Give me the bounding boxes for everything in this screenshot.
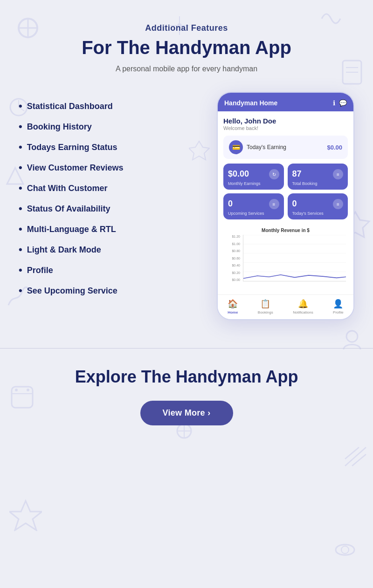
nav-label-profile: Profile bbox=[333, 310, 344, 315]
nav-item-notifications[interactable]: 🔔 Notifications bbox=[293, 299, 313, 315]
phone-mockup: Handyman Home ℹ 💬 Hello, John Doe Welcom… bbox=[217, 92, 354, 320]
stat-card: $0.00 ↻ Monthly Earnings bbox=[223, 164, 284, 190]
info-icon: ℹ bbox=[333, 99, 335, 107]
chart-y-label: $0.80 bbox=[232, 249, 240, 253]
earning-amount: $0.00 bbox=[327, 144, 342, 151]
phone-body: Hello, John Doe Welcome back! 💳 Today's … bbox=[218, 111, 353, 291]
main-title: For The Handyman App bbox=[19, 37, 354, 58]
greeting-sub: Welcome back! bbox=[223, 125, 348, 131]
chart-y-label: $1.20 bbox=[232, 235, 240, 238]
phone-nav: 🏠 Home 📋 Bookings 🔔 Notifications 👤 Prof… bbox=[218, 294, 353, 319]
svg-point-15 bbox=[341, 546, 349, 554]
feature-item: Todays Earning Status bbox=[19, 142, 207, 152]
stat-icon: ≡ bbox=[333, 169, 343, 179]
main-content: Statistical DashboardBooking HistoryToda… bbox=[0, 87, 373, 339]
nav-label-bookings: Bookings bbox=[258, 310, 273, 315]
nav-label-home: Home bbox=[228, 310, 238, 315]
greeting-name: Hello, John Doe bbox=[223, 117, 348, 125]
chart-container: $1.20$1.00$0.80$0.60$0.40$0.20$0.00 bbox=[225, 235, 346, 291]
stat-card-top: 0 ≡ bbox=[228, 199, 279, 209]
feature-item: Profile bbox=[19, 265, 207, 275]
nav-icon-bookings: 📋 bbox=[260, 299, 270, 309]
nav-icon-home: 🏠 bbox=[228, 299, 238, 309]
earning-icon: 💳 bbox=[229, 140, 243, 154]
nav-icon-profile: 👤 bbox=[333, 299, 343, 309]
hero-section: Additional Features For The Handyman App… bbox=[0, 0, 373, 87]
stat-card: 87 ≡ Total Booking bbox=[288, 164, 348, 190]
feature-item: View Customer Reviews bbox=[19, 163, 207, 173]
view-more-button[interactable]: View More › bbox=[140, 401, 233, 425]
stat-icon: ↻ bbox=[269, 169, 279, 179]
stat-label: Upcoming Services bbox=[228, 211, 279, 216]
nav-icon-notifications: 🔔 bbox=[298, 299, 308, 309]
stat-card: 0 ≡ Today's Services bbox=[288, 193, 348, 219]
feature-item: Statistical Dashboard bbox=[19, 101, 207, 111]
chart-area bbox=[243, 235, 346, 281]
chart-y-label: $0.40 bbox=[232, 264, 240, 267]
nav-item-bookings[interactable]: 📋 Bookings bbox=[258, 299, 273, 315]
phone-header-icons: ℹ 💬 bbox=[333, 99, 347, 107]
stat-label: Monthly Earnings bbox=[228, 181, 279, 186]
stat-value: 0 bbox=[292, 199, 297, 209]
chat-icon: 💬 bbox=[339, 99, 347, 107]
stat-value: $0.00 bbox=[228, 169, 249, 179]
nav-label-notifications: Notifications bbox=[293, 310, 313, 315]
stat-card: 0 ≡ Upcoming Services bbox=[223, 193, 284, 219]
chart-y-label: $1.00 bbox=[232, 242, 240, 246]
stats-grid: $0.00 ↻ Monthly Earnings 87 ≡ Total Book… bbox=[223, 164, 348, 219]
feature-item: Status Of Availability bbox=[19, 204, 207, 214]
stat-icon: ≡ bbox=[333, 199, 343, 209]
stat-value: 0 bbox=[228, 199, 233, 209]
phone-header: Handyman Home ℹ 💬 bbox=[218, 93, 353, 111]
tagline: A personal mobile app for every handyman bbox=[19, 65, 354, 73]
nav-item-home[interactable]: 🏠 Home bbox=[228, 299, 238, 315]
earning-label: Today's Earning bbox=[247, 144, 286, 150]
stat-card-top: $0.00 ↻ bbox=[228, 169, 279, 179]
stat-value: 87 bbox=[292, 169, 302, 179]
earning-bar: 💳 Today's Earning $0.00 bbox=[223, 136, 348, 159]
feature-item: Light & Dark Mode bbox=[19, 245, 207, 255]
feature-list: Statistical DashboardBooking HistoryToda… bbox=[19, 92, 207, 306]
bottom-title: Explore The Handyman App bbox=[19, 367, 354, 387]
stat-label: Total Booking bbox=[292, 181, 344, 186]
nav-item-profile[interactable]: 👤 Profile bbox=[333, 299, 344, 315]
chart-title: Monthly Revenue in $ bbox=[225, 228, 346, 233]
subtitle: Additional Features bbox=[19, 23, 354, 33]
feature-item: Chat With Customer bbox=[19, 183, 207, 193]
chart-y-label: $0.60 bbox=[232, 257, 240, 260]
stat-card-top: 87 ≡ bbox=[292, 169, 344, 179]
stat-card-top: 0 ≡ bbox=[292, 199, 344, 209]
chart-svg bbox=[243, 235, 346, 281]
chart-y-label: $0.20 bbox=[232, 271, 240, 274]
earning-bar-left: 💳 Today's Earning bbox=[229, 140, 286, 154]
feature-item: Multi-Language & RTL bbox=[19, 224, 207, 234]
feature-item: See Upcoming Service bbox=[19, 286, 207, 296]
phone-app-title: Handyman Home bbox=[224, 99, 277, 107]
bottom-section: Explore The Handyman App View More › bbox=[0, 349, 373, 449]
chart-y-labels: $1.20$1.00$0.80$0.60$0.40$0.20$0.00 bbox=[225, 235, 242, 281]
chart-section: Monthly Revenue in $ $1.20$1.00$0.80$0.6… bbox=[223, 224, 348, 291]
stat-icon: ≡ bbox=[269, 199, 279, 209]
stat-label: Today's Services bbox=[292, 211, 344, 216]
feature-item: Booking History bbox=[19, 122, 207, 132]
chart-y-label: $0.00 bbox=[232, 278, 240, 281]
